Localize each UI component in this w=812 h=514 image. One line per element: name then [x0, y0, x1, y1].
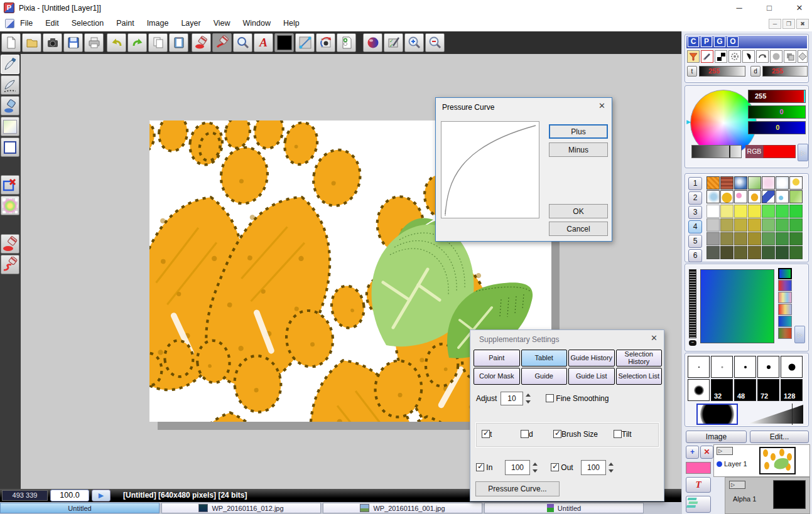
zoom-in-button[interactable] [404, 33, 424, 52]
color-swatch[interactable] [776, 218, 789, 232]
palette-page-4[interactable]: 4 [688, 220, 702, 233]
tab-selection-history[interactable]: Selection History [616, 350, 663, 367]
texture-swatch[interactable] [776, 176, 789, 190]
document-tab-0[interactable]: Untitled [0, 503, 160, 513]
paint-stroke-button[interactable] [1, 255, 19, 274]
rotate-arc-icon[interactable] [756, 50, 769, 63]
color-swatch[interactable] [748, 246, 761, 259]
menu-selection[interactable]: Selection [65, 16, 110, 30]
texture-swatch[interactable] [720, 190, 734, 203]
gradient-preview[interactable] [700, 269, 774, 343]
texture-swatch[interactable] [734, 190, 747, 203]
color-swatch[interactable] [762, 232, 775, 245]
undo-button[interactable] [107, 33, 126, 52]
brush-size-cell[interactable] [688, 356, 710, 378]
tab-guide[interactable]: Guide [521, 368, 568, 385]
layer-visibility-toggle[interactable]: ▷ [729, 481, 745, 489]
color-swatch[interactable] [706, 232, 720, 245]
t-channel-button[interactable]: t [687, 66, 697, 77]
blue-slider[interactable]: 0 [748, 121, 806, 134]
pressure-curve-button[interactable]: Pressure Curve... [475, 481, 560, 496]
color-swatch[interactable] [706, 246, 720, 259]
color-swatch[interactable] [789, 205, 803, 218]
layer-thumbnail[interactable] [759, 447, 796, 474]
brush-size-32[interactable]: 32 [711, 379, 733, 401]
color-swatch[interactable] [748, 205, 761, 218]
gray-circle-icon[interactable] [770, 50, 782, 63]
color-swatch[interactable] [734, 246, 747, 259]
palette-page-5[interactable]: 5 [688, 235, 702, 248]
in-spinner[interactable] [533, 461, 539, 474]
document-tab-3[interactable]: Untitled [484, 503, 644, 513]
texture-swatch[interactable] [706, 190, 720, 203]
t-checkbox[interactable]: t [482, 430, 492, 439]
gradient-swatch[interactable] [778, 328, 792, 339]
plus-button[interactable]: Plus [549, 124, 608, 139]
d-channel-button[interactable]: d [750, 66, 761, 77]
document-tab-1[interactable]: WP_20160116_012.jpg [161, 503, 321, 513]
out-spinner[interactable] [609, 461, 615, 474]
gradient-swatch[interactable] [778, 280, 792, 291]
out-checkbox[interactable]: Out [551, 463, 573, 472]
color-swatch[interactable] [762, 246, 775, 259]
in-input[interactable]: 100 [505, 460, 530, 475]
gradient-tool-button[interactable] [1, 117, 19, 136]
menu-edit[interactable]: Edit [39, 16, 65, 30]
gradient-swatch[interactable] [778, 304, 792, 315]
menu-paint[interactable]: Paint [110, 16, 141, 30]
density-ramp[interactable] [748, 405, 803, 424]
tab-color-mask[interactable]: Color Mask [474, 368, 520, 385]
texture-swatch[interactable] [762, 176, 775, 190]
color-swatch[interactable] [706, 218, 720, 232]
color-swatch[interactable] [734, 218, 747, 232]
texture-swatch[interactable] [762, 190, 775, 203]
brush-size-checkbox[interactable]: Brush Size [553, 430, 598, 439]
texture-swatch[interactable] [789, 190, 803, 203]
minimize-button[interactable]: ─ [728, 2, 750, 14]
mdi-restore-button[interactable]: ❐ [782, 19, 795, 29]
color-swatch[interactable] [776, 205, 789, 218]
color-swatch[interactable] [720, 205, 734, 218]
pressure-curve-plot[interactable] [441, 121, 539, 218]
tilt-checkbox[interactable]: Tilt [614, 430, 632, 439]
tab-tablet[interactable]: Tablet [521, 350, 568, 367]
panel-expand-button[interactable]: ▷ [798, 144, 808, 161]
tab-selection-list[interactable]: Selection List [616, 368, 663, 385]
palette-page-3[interactable]: 3 [688, 206, 702, 219]
color-swatch[interactable] [789, 232, 803, 245]
palette-page-2[interactable]: 2 [688, 191, 702, 205]
color-swatch[interactable] [776, 232, 789, 245]
pen-tool-button[interactable] [1, 55, 19, 74]
checker-mode-icon[interactable] [715, 50, 727, 63]
new-document-button[interactable] [1, 33, 21, 52]
dotted-pen-tool-button[interactable] [1, 75, 19, 95]
texture-swatch[interactable] [748, 176, 761, 190]
mdi-minimize-button[interactable]: ─ [769, 19, 781, 29]
menu-view[interactable]: View [207, 16, 237, 30]
text-tool-button[interactable]: A [254, 33, 273, 52]
settings-check-button[interactable]: ✓✓ [384, 33, 403, 52]
d-checkbox[interactable]: d [521, 430, 533, 439]
maximize-button[interactable]: □ [759, 2, 780, 14]
gradient-ruler[interactable] [689, 269, 696, 338]
blob-shape-icon[interactable] [742, 50, 755, 63]
zoom-step-button[interactable]: ▶ [92, 490, 111, 501]
transparent-color-button[interactable] [1, 196, 19, 215]
menu-image[interactable]: Image [141, 16, 175, 30]
palette-page-6[interactable]: 6 [688, 249, 702, 262]
pencil-tool-icon[interactable] [701, 50, 713, 63]
layer-row-1[interactable]: ▷ Layer 1 [713, 444, 810, 477]
close-icon[interactable]: ✕ [651, 333, 658, 343]
rgb-mode-chip[interactable]: RGB [745, 145, 763, 158]
brush-size-cell[interactable] [781, 356, 803, 378]
adjust-spinner[interactable] [526, 392, 532, 405]
color-swatch[interactable] [789, 246, 803, 259]
cpgo-p-button[interactable]: P [701, 36, 712, 47]
zoom-level[interactable]: 100.0 [50, 490, 89, 501]
gradient-swatch[interactable] [778, 268, 792, 279]
texture-swatch[interactable] [720, 176, 734, 190]
palette-page-1[interactable]: 1 [688, 177, 702, 190]
close-icon[interactable]: ✕ [598, 101, 605, 110]
texture-swatch[interactable] [776, 190, 789, 203]
color-swatch[interactable] [720, 218, 734, 232]
